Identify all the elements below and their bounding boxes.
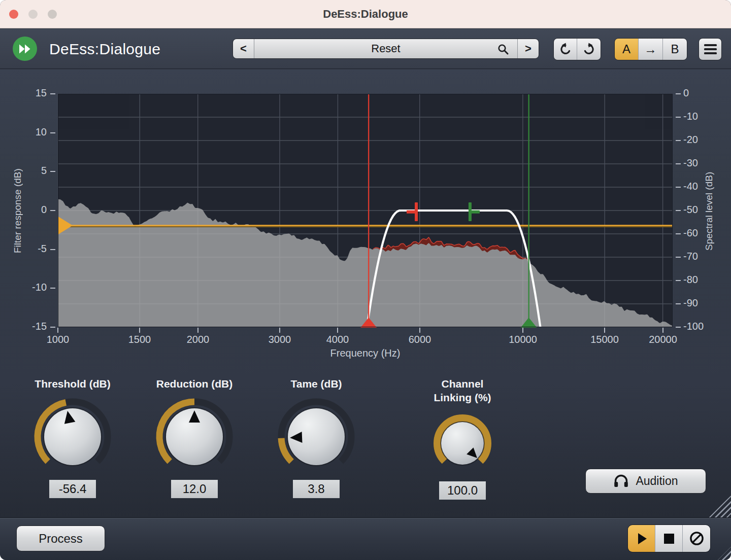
bottom-bar: Process <box>0 517 731 560</box>
spectrum-chart[interactable]: 1000150020003000400060001000015000200001… <box>58 94 673 327</box>
undo-button[interactable] <box>554 39 577 60</box>
y-left-tick-mark <box>50 171 55 172</box>
y-right-tick-mark <box>676 257 681 258</box>
y-right-tick-mark <box>676 140 681 141</box>
y-right-tick-mark <box>676 187 681 188</box>
threshold-value[interactable]: -56.4 <box>49 480 96 498</box>
preview-play-button[interactable] <box>628 525 655 552</box>
y-left-tick-mark <box>50 288 55 289</box>
y-right-tick-mark <box>676 327 681 328</box>
y-right-tick-label: -20 <box>683 134 719 146</box>
y-right-tick-label: -60 <box>683 227 719 239</box>
toolbar: DeEss:Dialogue < Reset > <box>0 29 731 69</box>
knob-section-threshold: Threshold (dB) -56.4 <box>24 372 121 509</box>
process-button[interactable]: Process <box>16 526 105 551</box>
y-left-tick-mark <box>50 132 55 133</box>
menu-button[interactable] <box>699 38 722 60</box>
y-right-tick-label: -70 <box>683 251 719 262</box>
ab-copy-button[interactable]: → <box>639 39 663 60</box>
x-tick-mark <box>604 328 605 333</box>
y-right-tick-mark <box>676 280 681 281</box>
y-left-tick-label: 15 <box>11 87 47 99</box>
spectrum-plot[interactable] <box>58 94 673 327</box>
y-left-tick-label: 0 <box>11 204 47 216</box>
y-left-tick-mark <box>50 93 55 94</box>
redo-button[interactable] <box>577 39 601 60</box>
plugin-window: DeEss:Dialogue DeEss:Dialogue < Reset <box>0 0 731 560</box>
x-tick-mark <box>197 328 198 333</box>
threshold-label: Threshold (dB) <box>14 377 131 391</box>
y-left-tick-label: -5 <box>11 243 47 255</box>
ab-a-button[interactable]: A <box>615 39 639 60</box>
preset-bar: < Reset > <box>232 39 539 59</box>
y-left-tick-mark <box>50 210 55 211</box>
channel-linking-value[interactable]: 100.0 <box>439 481 486 500</box>
y-right-tick-mark <box>676 117 681 118</box>
y-right-tick-mark <box>676 210 681 211</box>
y-left-tick-label: 5 <box>11 165 47 177</box>
x-tick-label: 15000 <box>582 334 627 345</box>
y-right-tick-label: -40 <box>683 181 719 192</box>
tame-label: Tame (dB) <box>258 377 375 391</box>
y-left-tick-label: -10 <box>11 282 47 293</box>
y-right-tick-label: -100 <box>683 321 719 332</box>
ab-b-button[interactable]: B <box>663 39 687 60</box>
history-group <box>553 38 601 60</box>
y-right-tick-label: -30 <box>683 157 719 169</box>
x-tick-mark <box>57 328 58 333</box>
x-tick-label: 3000 <box>257 334 303 345</box>
hamburger-icon <box>704 44 717 46</box>
y-left-tick-label: 10 <box>11 126 47 138</box>
bypass-icon <box>689 531 705 546</box>
x-tick-label: 1000 <box>35 334 81 345</box>
y-right-tick-mark <box>676 233 681 234</box>
y-right-tick-label: -80 <box>683 274 719 286</box>
transport-controls <box>627 524 711 552</box>
reduction-value[interactable]: 12.0 <box>171 480 218 498</box>
module-badge <box>13 37 37 61</box>
preset-prev-button[interactable]: < <box>233 39 254 58</box>
resize-grip[interactable] <box>708 496 731 517</box>
tame-value[interactable]: 3.8 <box>293 480 340 498</box>
x-tick-mark <box>522 328 523 333</box>
threshold-knob[interactable] <box>29 394 116 480</box>
x-tick-label: 1500 <box>117 334 162 345</box>
headphones-icon <box>613 474 629 488</box>
play-icon <box>638 533 647 544</box>
y-right-tick-label: -10 <box>683 111 719 122</box>
channel-linking-label: ChannelLinking (%) <box>404 377 521 404</box>
preset-next-button[interactable]: > <box>517 39 539 58</box>
tame-knob[interactable] <box>273 394 359 480</box>
bypass-button[interactable] <box>683 525 710 552</box>
x-tick-mark <box>279 328 280 333</box>
x-tick-label: 20000 <box>640 334 686 345</box>
y-right-tick-mark <box>676 93 681 94</box>
y-left-tick-mark <box>50 327 55 328</box>
audition-label: Audition <box>636 474 678 488</box>
search-icon[interactable] <box>497 43 509 55</box>
x-tick-mark <box>662 328 663 333</box>
x-tick-mark <box>337 328 338 333</box>
y-right-tick-mark <box>676 303 681 304</box>
window-title: DeEss:Dialogue <box>0 0 731 28</box>
channel-linking-knob[interactable] <box>424 405 501 481</box>
corner-resize-grip[interactable] <box>718 547 731 560</box>
titlebar: DeEss:Dialogue <box>0 0 731 28</box>
x-tick-label: 4000 <box>315 334 360 345</box>
y-left-tick-label: -15 <box>11 321 47 332</box>
x-tick-label: 10000 <box>500 334 546 345</box>
redo-icon <box>582 43 595 56</box>
fast-forward-icon <box>18 44 32 54</box>
reduction-knob[interactable] <box>151 394 238 480</box>
preset-selector[interactable]: Reset <box>254 39 517 58</box>
knob-section-channel-linking: ChannelLinking (%) 100.0 <box>414 372 511 509</box>
knob-section-reduction: Reduction (dB) 12.0 <box>146 372 243 509</box>
y-left-tick-mark <box>50 249 55 250</box>
y-right-tick-mark <box>676 163 681 164</box>
stop-button[interactable] <box>655 525 683 552</box>
main-panel: Filter response (dB) Spectral level (dB)… <box>0 69 731 517</box>
y-right-tick-label: -50 <box>683 204 719 216</box>
reduction-label: Reduction (dB) <box>136 377 253 391</box>
preset-name: Reset <box>371 42 400 55</box>
audition-button[interactable]: Audition <box>585 469 706 494</box>
